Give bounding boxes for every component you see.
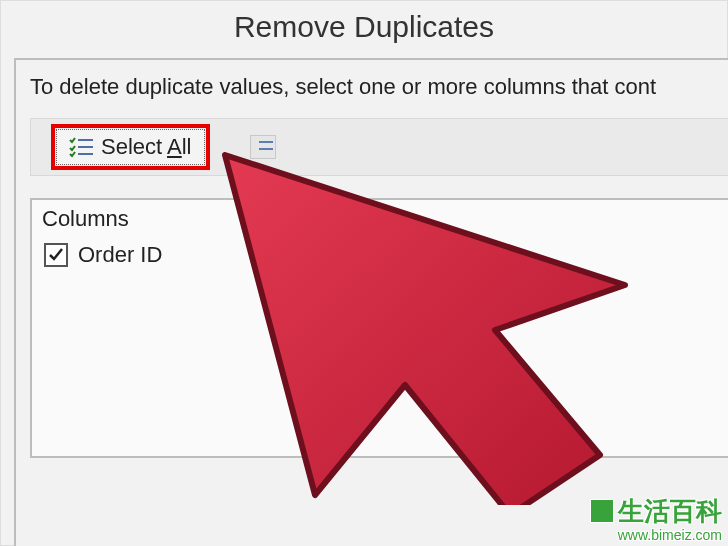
column-label: Order ID [78, 242, 162, 268]
watermark-cn-text: 生活百科 [618, 498, 722, 524]
instruction-text: To delete duplicate values, select one o… [30, 74, 728, 100]
select-all-label: Select All [101, 134, 192, 160]
select-all-label-prefix: Select [101, 134, 167, 159]
watermark: 生活百科 www.bimeiz.com [590, 498, 722, 542]
watermark-square-icon [590, 499, 614, 523]
columns-list: Columns Order ID [30, 198, 728, 458]
dialog-title: Remove Duplicates [0, 10, 728, 44]
select-all-icon [69, 136, 93, 158]
watermark-url: www.bimeiz.com [590, 528, 722, 542]
select-all-button[interactable]: Select All [56, 129, 205, 165]
unselect-all-icon[interactable] [250, 135, 276, 159]
remove-duplicates-dialog: Remove Duplicates To delete duplicate va… [0, 0, 728, 546]
dialog-body: To delete duplicate values, select one o… [14, 58, 728, 546]
select-all-label-hotkey: A [167, 134, 182, 159]
select-all-label-suffix: ll [182, 134, 192, 159]
column-checkbox[interactable] [44, 243, 68, 267]
button-toolbar: Select All [30, 118, 728, 176]
watermark-cn: 生活百科 [590, 498, 722, 524]
select-all-highlight: Select All [51, 124, 210, 170]
column-row[interactable]: Order ID [42, 240, 728, 270]
columns-header: Columns [42, 206, 728, 232]
